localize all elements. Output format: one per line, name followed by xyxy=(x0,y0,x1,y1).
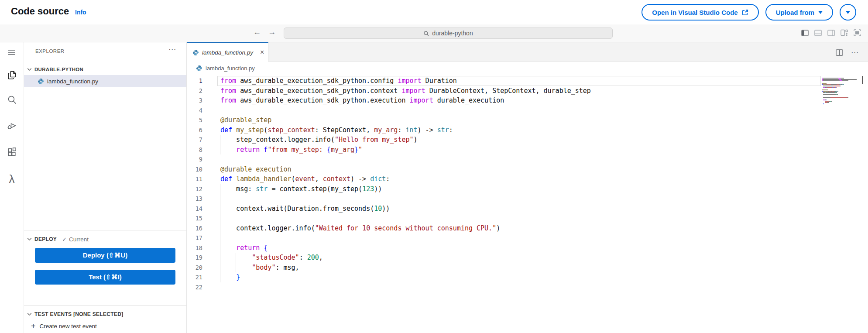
line-number: 14 xyxy=(187,204,202,214)
code-editor[interactable]: 1from aws_durable_execution_sdk_python.c… xyxy=(187,75,868,333)
deploy-section-header[interactable]: DEPLOY ✓ Current xyxy=(24,233,186,245)
toggle-secondary-sidebar-icon[interactable] xyxy=(827,30,835,36)
code-text: from aws_durable_execution_sdk_python.ex… xyxy=(220,96,504,106)
project-name: DURABLE-PYTHON xyxy=(34,67,83,72)
explorer-more-icon[interactable]: ⋯ xyxy=(168,45,176,54)
upload-from-button[interactable]: Upload from xyxy=(765,4,833,21)
line-number: 19 xyxy=(187,253,202,263)
extensions-icon[interactable] xyxy=(0,144,24,160)
minimap-line xyxy=(822,92,837,93)
code-line: 1from aws_durable_execution_sdk_python.c… xyxy=(187,76,868,86)
explorer-sidebar: EXPLORER ⋯ DURABLE-PYTHON lambda_functio… xyxy=(24,42,187,333)
create-test-event-button[interactable]: + Create new test event xyxy=(24,320,186,332)
indent-guide xyxy=(220,233,220,243)
line-number: 16 xyxy=(187,223,202,233)
menu-icon[interactable] xyxy=(0,45,24,60)
minimap-line xyxy=(822,87,837,88)
code-line: 17 xyxy=(187,233,868,243)
breadcrumb-file: lambda_function.py xyxy=(206,65,255,72)
line-number: 12 xyxy=(187,184,202,194)
more-actions-icon[interactable]: ⋯ xyxy=(851,48,858,57)
chevron-down-icon xyxy=(27,237,32,241)
more-actions-circle-button[interactable] xyxy=(840,4,856,21)
editor-actions: ⋯ xyxy=(836,48,858,57)
create-test-event-label: Create new test event xyxy=(40,323,97,330)
minimap-line xyxy=(822,84,844,85)
tree-item-file-selected[interactable]: lambda_function.py xyxy=(24,75,186,87)
page-header: Code source Info Open in Visual Studio C… xyxy=(0,0,868,24)
python-file-icon xyxy=(192,49,199,56)
toggle-primary-sidebar-icon[interactable] xyxy=(801,30,809,36)
code-text: @durable_step xyxy=(220,115,271,125)
tree-item-project[interactable]: DURABLE-PYTHON xyxy=(24,63,186,75)
line-number: 13 xyxy=(187,194,202,204)
test-button[interactable]: Test (⇧⌘I) xyxy=(35,270,175,285)
upload-from-label: Upload from xyxy=(776,9,814,16)
minimap[interactable] xyxy=(822,78,859,134)
open-in-vscode-button[interactable]: Open in Visual Studio Code xyxy=(642,4,758,21)
deploy-section-title: DEPLOY xyxy=(34,236,57,242)
code-text: def lambda_handler(event, context) -> di… xyxy=(220,174,390,184)
section-divider xyxy=(24,230,186,230)
code-line: 13 xyxy=(187,194,868,204)
scrollbar-thumb[interactable] xyxy=(862,76,863,84)
explorer-files-icon[interactable] xyxy=(0,67,24,83)
info-link[interactable]: Info xyxy=(75,9,86,16)
explorer-title: EXPLORER xyxy=(35,48,65,54)
line-number: 22 xyxy=(187,282,202,292)
code-text: "body": msg, xyxy=(220,263,299,273)
editor-group: lambda_function.py × ⋯ lambda_function.p… xyxy=(187,42,868,333)
code-text: @durable_execution xyxy=(220,165,292,175)
code-line: 8 return f"from my_step: {my_arg}" xyxy=(187,145,868,155)
minimap-line xyxy=(822,83,827,84)
indent-guide xyxy=(220,194,220,204)
caret-down-icon xyxy=(846,11,850,14)
toggle-panel-icon[interactable] xyxy=(814,30,822,36)
customize-layout-icon[interactable] xyxy=(841,29,848,36)
code-text: from aws_durable_execution_sdk_python.co… xyxy=(220,76,457,86)
line-number: 2 xyxy=(187,86,202,96)
code-text: "statusCode": 200, xyxy=(220,253,323,263)
test-events-section-header[interactable]: TEST EVENTS [NONE SELECTED] xyxy=(24,309,186,320)
code-line: 6def my_step(step_context: StepContext, … xyxy=(187,125,868,135)
close-icon[interactable]: × xyxy=(260,48,264,56)
file-name: lambda_function.py xyxy=(47,78,98,85)
split-editor-icon[interactable] xyxy=(836,49,843,56)
code-line: 21 } xyxy=(187,272,868,282)
minimap-line xyxy=(822,78,844,79)
minimap-line xyxy=(822,97,848,98)
code-line: 16 context.logger.info("Waited for 10 se… xyxy=(187,223,868,233)
line-number: 20 xyxy=(187,263,202,273)
run-debug-icon[interactable] xyxy=(0,118,24,134)
nav-back-icon[interactable]: ← xyxy=(253,27,261,37)
maximize-panel-icon[interactable] xyxy=(854,29,861,36)
breadcrumb[interactable]: lambda_function.py xyxy=(187,62,868,75)
minimap-line xyxy=(822,94,838,95)
line-number: 4 xyxy=(187,106,202,116)
activity-bar: λ xyxy=(0,42,24,333)
deploy-button[interactable]: Deploy (⇧⌘U) xyxy=(35,248,175,263)
aws-lambda-icon[interactable]: λ xyxy=(0,171,24,187)
line-number: 21 xyxy=(187,272,202,282)
plus-icon: + xyxy=(31,322,36,330)
code-line: 20 "body": msg, xyxy=(187,263,868,273)
tab-label: lambda_function.py xyxy=(202,49,253,56)
code-line: 14 context.wait(Duration.from_seconds(10… xyxy=(187,204,868,214)
nav-forward-icon[interactable]: → xyxy=(268,27,276,37)
code-text: def my_step(step_context: StepContext, m… xyxy=(220,125,453,135)
search-icon[interactable] xyxy=(0,92,24,107)
code-line: 22 xyxy=(187,282,868,292)
minimap-line xyxy=(822,89,828,90)
tab-lambda-function[interactable]: lambda_function.py × xyxy=(187,42,268,62)
search-value: durable-python xyxy=(432,30,473,37)
line-number: 11 xyxy=(187,174,202,184)
external-link-icon xyxy=(742,9,748,16)
minimap-line xyxy=(822,91,838,92)
line-number: 17 xyxy=(187,233,202,243)
code-text: return f"from my_step: {my_arg}" xyxy=(220,145,362,155)
code-line: 11def lambda_handler(event, context) -> … xyxy=(187,174,868,184)
minimap-line xyxy=(822,103,824,104)
code-line: 5@durable_step xyxy=(187,115,868,125)
search-input[interactable]: durable-python xyxy=(284,27,613,39)
line-number: 18 xyxy=(187,243,202,253)
